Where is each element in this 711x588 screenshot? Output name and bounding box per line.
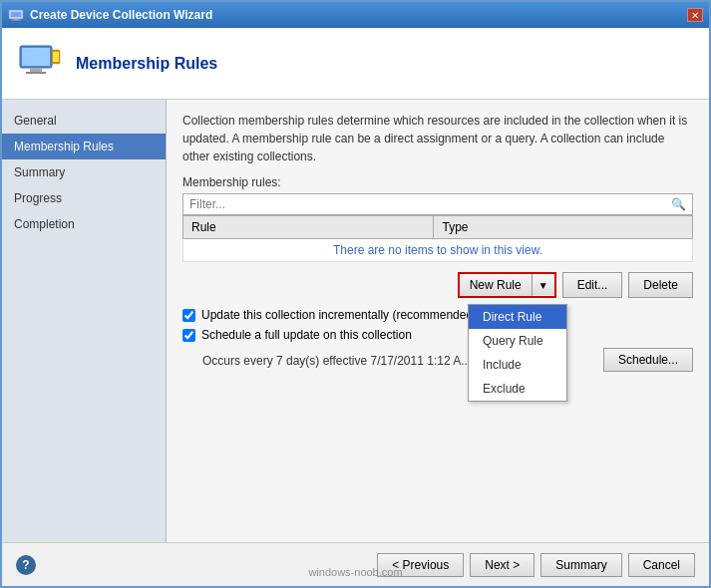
svg-rect-7 <box>26 72 46 74</box>
edit-button[interactable]: Edit... <box>562 272 623 298</box>
sidebar-item-membership-rules[interactable]: Membership Rules <box>2 134 166 159</box>
dropdown-exclude[interactable]: Exclude <box>469 377 566 401</box>
checkbox-area: Update this collection incrementally (re… <box>182 308 693 372</box>
description-text: Collection membership rules determine wh… <box>182 112 693 165</box>
svg-rect-5 <box>22 48 50 66</box>
schedule-info: Occurs every 7 day(s) effective 7/17/201… <box>202 354 471 368</box>
title-bar: Create Device Collection Wizard ✕ <box>2 2 709 28</box>
sidebar-item-completion[interactable]: Completion <box>2 211 166 237</box>
summary-button[interactable]: Summary <box>540 553 621 577</box>
section-label: Membership rules: <box>182 175 693 189</box>
svg-rect-3 <box>11 20 21 21</box>
next-button[interactable]: Next > <box>470 553 534 577</box>
wizard-window: Create Device Collection Wizard ✕ Member… <box>0 0 711 588</box>
svg-rect-6 <box>30 68 42 72</box>
header-title: Membership Rules <box>76 55 217 73</box>
full-update-checkbox[interactable] <box>182 329 195 342</box>
filter-input[interactable] <box>183 194 665 214</box>
empty-row: There are no items to show in this view. <box>183 239 693 262</box>
wizard-icon <box>8 7 24 23</box>
rules-table: Rule Type There are no items to show in … <box>182 215 693 262</box>
sidebar-item-progress[interactable]: Progress <box>2 185 166 211</box>
cancel-button[interactable]: Cancel <box>628 553 695 577</box>
wizard-footer: ? < Previous Next > Summary Cancel <box>2 542 709 586</box>
sidebar: General Membership Rules Summary Progres… <box>2 100 167 542</box>
incremental-checkbox[interactable] <box>182 309 195 322</box>
wizard-body: General Membership Rules Summary Progres… <box>2 100 709 542</box>
svg-rect-9 <box>53 52 59 62</box>
help-button[interactable]: ? <box>16 555 36 575</box>
dropdown-direct-rule[interactable]: Direct Rule <box>469 305 566 329</box>
full-update-label: Schedule a full update on this collectio… <box>201 328 412 342</box>
new-rule-dropdown-arrow[interactable]: ▼ <box>533 276 554 295</box>
schedule-row: Occurs every 7 day(s) effective 7/17/201… <box>182 348 693 372</box>
sidebar-item-summary[interactable]: Summary <box>2 159 166 185</box>
dropdown-include[interactable]: Include <box>469 353 566 377</box>
footer-buttons: < Previous Next > Summary Cancel <box>377 553 695 577</box>
empty-message: There are no items to show in this view. <box>183 239 693 262</box>
wizard-header: Membership Rules <box>2 28 709 100</box>
window-title: Create Device Collection Wizard <box>30 8 212 22</box>
col-rule: Rule <box>183 216 434 239</box>
new-rule-button-container: New Rule ▼ <box>458 272 556 298</box>
title-bar-left: Create Device Collection Wizard <box>8 7 212 23</box>
sidebar-item-general[interactable]: General <box>2 108 166 134</box>
new-rule-button[interactable]: New Rule <box>460 274 533 296</box>
search-icon: 🔍 <box>665 194 692 214</box>
header-icon <box>16 40 64 88</box>
button-row: New Rule ▼ Edit... Delete Direct Rule Qu… <box>182 272 693 298</box>
main-content: Collection membership rules determine wh… <box>167 100 709 542</box>
incremental-checkbox-row: Update this collection incrementally (re… <box>182 308 693 322</box>
svg-rect-1 <box>11 12 21 17</box>
col-type: Type <box>434 216 693 239</box>
footer-left: ? <box>16 555 36 575</box>
full-update-checkbox-row: Schedule a full update on this collectio… <box>182 328 693 342</box>
watermark: windows-noob.com <box>308 566 402 578</box>
incremental-label: Update this collection incrementally (re… <box>201 308 477 322</box>
close-button[interactable]: ✕ <box>687 8 703 22</box>
dropdown-query-rule[interactable]: Query Rule <box>469 329 566 353</box>
schedule-button[interactable]: Schedule... <box>603 348 693 372</box>
filter-bar: 🔍 <box>182 193 693 215</box>
new-rule-dropdown-menu: Direct Rule Query Rule Include Exclude <box>468 304 567 402</box>
delete-button[interactable]: Delete <box>628 272 693 298</box>
